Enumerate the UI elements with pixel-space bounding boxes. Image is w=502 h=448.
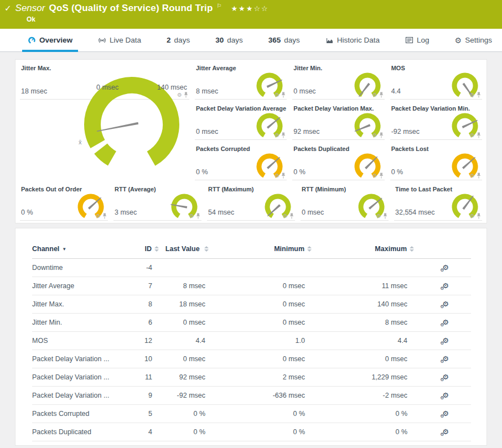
cell-channel: Downtime <box>32 259 137 277</box>
column-header-maximum[interactable]: Maximum <box>315 243 417 259</box>
pin-icon[interactable] <box>477 173 481 179</box>
gear-icon[interactable]: ⚙ <box>275 133 280 138</box>
tab-live-data[interactable]: Live Data <box>92 29 147 51</box>
gauge-title: Time to Last Packet <box>395 186 452 192</box>
pin-icon[interactable] <box>383 213 387 219</box>
tab-settings[interactable]: ⚙Settings <box>449 29 498 51</box>
pin-icon[interactable] <box>102 213 107 219</box>
gauge-value: 0 msec <box>302 209 324 216</box>
pin-icon[interactable] <box>477 92 481 98</box>
channel-settings-icon[interactable]: ⚙⚙ <box>442 264 449 271</box>
gear-icon[interactable]: ⚙ <box>275 173 280 179</box>
table-row[interactable]: Jitter Average 7 8 msec 0 msec 11 msec ⚙… <box>32 277 471 295</box>
pin-icon[interactable] <box>477 132 481 138</box>
pin-icon[interactable] <box>477 213 481 219</box>
table-row[interactable]: Downtime -4 ⚙⚙ <box>32 259 471 277</box>
gear-icon[interactable]: ⚙ <box>372 92 377 98</box>
table-row[interactable]: Packets Duplicated 4 0 % 0 % 0 % ⚙⚙ <box>32 423 471 441</box>
tile-actions: ⚙ <box>372 132 384 138</box>
tile-actions: ⚙ <box>470 213 481 219</box>
gear-icon[interactable]: ⚙ <box>376 213 381 219</box>
cell-id: 9 <box>137 387 162 405</box>
cell-channel: Packet Delay Variation ... <box>32 350 137 368</box>
gear-icon[interactable]: ⚙ <box>470 133 475 138</box>
column-header-minimum[interactable]: Minimum <box>215 243 315 259</box>
gauge-title: Packets Lost <box>391 145 429 152</box>
sort-icon <box>204 246 209 252</box>
pin-icon[interactable] <box>196 213 200 219</box>
table-row[interactable]: Jitter Max. 8 18 msec 0 msec 140 msec ⚙⚙ <box>32 295 471 314</box>
channel-settings-icon[interactable]: ⚙⚙ <box>442 282 449 289</box>
cell-last-value: 0 msec <box>162 314 215 332</box>
pin-icon[interactable] <box>379 173 384 179</box>
channel-settings-icon[interactable]: ⚙⚙ <box>442 410 449 417</box>
gauge-value: 18 msec <box>21 87 47 95</box>
tile-actions: ⚙ <box>283 213 294 219</box>
log-icon <box>405 37 413 44</box>
cell-channel: Jitter Average <box>32 277 137 295</box>
gear-icon[interactable]: ⚙ <box>372 173 377 179</box>
pin-icon[interactable] <box>281 92 286 98</box>
average-marker: x̄ <box>79 139 82 145</box>
gear-icon[interactable]: ⚙ <box>470 213 475 219</box>
tab-365-days[interactable]: 365days <box>263 29 306 51</box>
cell-last-value: 8 msec <box>162 277 215 295</box>
object-kind-label: Sensor <box>15 3 45 14</box>
channel-settings-icon[interactable]: ⚙⚙ <box>442 337 449 344</box>
gear-icon[interactable]: ⚙ <box>470 92 475 98</box>
gear-icon[interactable]: ⚙ <box>177 92 182 98</box>
column-header-channel[interactable]: Channel▼ <box>32 243 137 259</box>
table-row[interactable]: Packet Delay Variation ... 11 92 msec 2 … <box>32 368 471 387</box>
column-header-id[interactable]: ID <box>137 243 162 259</box>
flag-icon[interactable]: ⚐ <box>217 3 222 9</box>
table-row[interactable]: Packets Corrupted 5 0 % 0 % 0 % ⚙⚙ <box>32 405 471 423</box>
tile-actions: ⚙ <box>96 213 107 219</box>
pin-icon[interactable] <box>281 132 286 138</box>
star-rating[interactable]: ★★★☆☆ <box>231 4 268 13</box>
historic-chart-icon <box>325 37 334 44</box>
gear-icon[interactable]: ⚙ <box>275 92 280 98</box>
gear-icon[interactable]: ⚙ <box>189 213 194 219</box>
pin-icon[interactable] <box>379 132 384 138</box>
pin-icon[interactable] <box>379 92 384 98</box>
cell-channel: Packets Corrupted <box>32 405 137 423</box>
gauge-value: 0 % <box>21 209 33 216</box>
pin-icon[interactable] <box>289 213 294 219</box>
gauge-tile-packets-out-of-order: Packets Out of Order 0 % ⚙ <box>20 185 108 221</box>
cell-maximum: 0 msec <box>315 350 417 368</box>
gauge-min-label: 0 msec <box>96 84 118 91</box>
table-row[interactable]: Packet Delay Variation ... 9 -92 msec -6… <box>32 387 471 405</box>
channel-table: Channel▼ ID Last Value Minimum Maximum D… <box>32 243 471 441</box>
channel-settings-icon[interactable]: ⚙⚙ <box>442 373 449 381</box>
tab-2-days[interactable]: 2days <box>161 29 195 51</box>
cell-id: 7 <box>137 277 162 295</box>
cell-id: 11 <box>137 368 162 387</box>
gear-icon[interactable]: ⚙ <box>372 133 377 138</box>
tab-historic-data[interactable]: Historic Data <box>320 29 385 51</box>
pin-icon[interactable] <box>184 92 188 98</box>
gear-icon[interactable]: ⚙ <box>470 173 475 179</box>
tab-log[interactable]: Log <box>400 29 435 51</box>
tab-overview[interactable]: Overview <box>22 29 78 51</box>
column-header-last-value[interactable]: Last Value <box>162 243 215 259</box>
channel-settings-icon[interactable]: ⚙⚙ <box>442 300 449 308</box>
gauge-tile-packets-duplicated: Packets Duplicated 0 % ⚙ <box>292 145 384 180</box>
channel-settings-icon[interactable]: ⚙⚙ <box>442 428 449 435</box>
channel-settings-icon[interactable]: ⚙⚙ <box>442 319 449 326</box>
gear-icon[interactable]: ⚙ <box>283 213 288 219</box>
gear-icon[interactable]: ⚙ <box>96 213 101 219</box>
table-row[interactable]: Packet Delay Variation ... 10 0 msec 0 m… <box>32 350 471 368</box>
cell-minimum: 0 msec <box>215 277 315 295</box>
channel-settings-icon[interactable]: ⚙⚙ <box>442 392 449 399</box>
gauge-title: Packet Delay Variation Max. <box>293 105 374 112</box>
tab-30-days[interactable]: 30days <box>210 29 249 51</box>
table-row[interactable]: MOS 12 4.4 1.0 4.4 ⚙⚙ <box>32 332 471 350</box>
column-header-actions <box>417 243 471 259</box>
gauge-max-label: 140 msec <box>157 84 187 91</box>
table-row[interactable]: Jitter Min. 6 0 msec 0 msec 8 msec ⚙⚙ <box>32 314 471 332</box>
channel-settings-icon[interactable]: ⚙⚙ <box>442 355 449 362</box>
cell-minimum: 0 msec <box>215 314 315 332</box>
pin-icon[interactable] <box>281 173 286 179</box>
tile-actions: ⚙ <box>376 213 387 219</box>
gauge-value: 54 msec <box>208 209 234 216</box>
